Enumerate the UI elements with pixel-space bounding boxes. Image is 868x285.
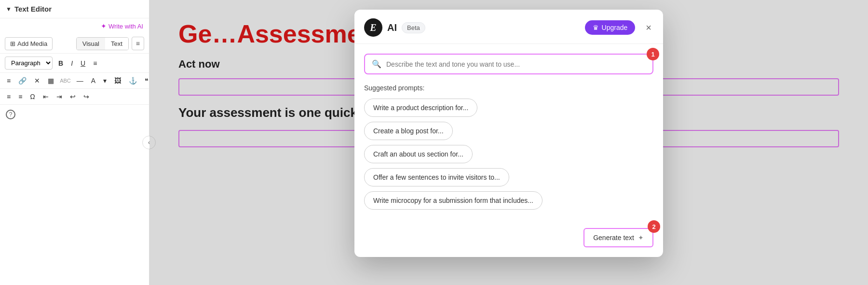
italic-button[interactable]: I — [69, 58, 75, 68]
sidebar: ▼ Text Editor ✦ Write with AI ⊞ Add Medi… — [0, 0, 149, 285]
help-icon[interactable]: ? — [6, 110, 15, 119]
ai-modal: E AI Beta ♛ Upgrade × 🔍 1 Suggested prom… — [354, 10, 663, 257]
align-left-button[interactable]: ≡ — [5, 76, 13, 86]
redo-button[interactable]: ↪ — [81, 92, 91, 101]
toolbar-row-format: Paragraph B I U ≡ — [0, 54, 149, 73]
sidebar-title: Text Editor — [14, 5, 52, 13]
write-with-ai-label: Write with AI — [108, 23, 143, 30]
omega-button[interactable]: Ω — [28, 92, 37, 101]
add-media-icon: ⊞ — [10, 40, 15, 47]
upgrade-label: Upgrade — [602, 24, 628, 31]
badge-1: 1 — [647, 48, 659, 60]
prompt-chip-0[interactable]: Write a product description for... — [364, 99, 477, 117]
modal-backdrop: E AI Beta ♛ Upgrade × 🔍 1 Suggested prom… — [149, 0, 868, 285]
badge-2: 2 — [648, 220, 660, 233]
color-dropdown[interactable]: ▾ — [101, 76, 108, 86]
sidebar-help: ? — [0, 105, 149, 124]
crown-icon: ♛ — [593, 24, 599, 31]
suggested-prompts-label: Suggested prompts: — [364, 84, 653, 92]
modal-logo: E — [364, 18, 382, 37]
prompt-chip-4[interactable]: Write microcopy for a submission form th… — [364, 191, 542, 210]
table-button[interactable]: ▦ — [46, 76, 56, 86]
outdent-button[interactable]: ⇤ — [41, 92, 51, 101]
abc-label: ABC — [60, 78, 71, 84]
indent-button[interactable]: ⇥ — [54, 92, 64, 101]
tab-visual[interactable]: Visual — [77, 38, 105, 50]
prompt-chips: Write a product description for... Creat… — [364, 99, 653, 210]
chevron-down-icon: ▼ — [6, 6, 12, 13]
color-button[interactable]: A — [89, 76, 97, 86]
menu-icon-button[interactable]: ≡ — [132, 37, 144, 50]
toolbar-row-align: ≡ 🔗 ✕ ▦ ABC — A ▾ 🖼 ⚓ ❝ ≡ — [0, 73, 149, 89]
modal-footer: Generate text ✦ 2 — [354, 221, 663, 257]
search-icon: 🔍 — [372, 59, 381, 69]
image-button[interactable]: 🖼 — [112, 76, 123, 86]
sidebar-header: ▼ Text Editor — [0, 0, 149, 18]
main-area: Ge…Assessment Now Act now Your assessmen… — [149, 0, 868, 285]
unlink-button[interactable]: ✕ — [32, 76, 42, 86]
underline-button[interactable]: U — [79, 58, 87, 68]
generate-label: Generate text — [593, 234, 634, 242]
generate-sparkle-icon: ✦ — [638, 234, 644, 242]
align-center-button[interactable]: ≡ — [16, 92, 24, 101]
prompt-chip-1[interactable]: Create a blog post for... — [364, 122, 453, 140]
list-button[interactable]: ≡ — [91, 58, 99, 68]
add-media-label: Add Media — [17, 40, 47, 47]
close-button[interactable]: × — [644, 20, 653, 35]
prompt-input[interactable] — [386, 60, 646, 68]
align-left2-button[interactable]: ≡ — [5, 92, 13, 101]
prompt-chip-2[interactable]: Craft an about us section for... — [364, 145, 473, 163]
write-with-ai-button[interactable]: ✦ Write with AI — [0, 18, 149, 34]
hr-button[interactable]: — — [75, 76, 85, 86]
toolbar-row-media: ⊞ Add Media Visual Text ≡ — [0, 34, 149, 54]
search-input-wrapper: 🔍 1 — [364, 54, 653, 74]
modal-ai-label: AI — [387, 22, 397, 33]
modal-body: 🔍 1 Suggested prompts: Write a product d… — [354, 44, 663, 221]
upgrade-button[interactable]: ♛ Upgrade — [585, 20, 636, 35]
undo-button[interactable]: ↩ — [68, 92, 78, 101]
modal-header: E AI Beta ♛ Upgrade × — [354, 10, 663, 44]
elementor-logo-letter: E — [370, 22, 376, 33]
anchor-button[interactable]: ⚓ — [127, 76, 139, 86]
bold-button[interactable]: B — [56, 58, 65, 68]
paragraph-select[interactable]: Paragraph — [5, 57, 53, 70]
generate-button[interactable]: Generate text ✦ — [583, 228, 653, 247]
tab-text[interactable]: Text — [105, 38, 128, 50]
link-button[interactable]: 🔗 — [16, 76, 28, 86]
prompt-chip-3[interactable]: Offer a few sentences to invite visitors… — [364, 168, 509, 186]
beta-badge: Beta — [402, 22, 425, 33]
add-media-button[interactable]: ⊞ Add Media — [5, 37, 53, 50]
toolbar-row-extra: ≡ ≡ Ω ⇤ ⇥ ↩ ↪ — [0, 89, 149, 105]
sparkle-icon: ✦ — [101, 22, 107, 30]
view-tabs: Visual Text — [76, 37, 129, 50]
